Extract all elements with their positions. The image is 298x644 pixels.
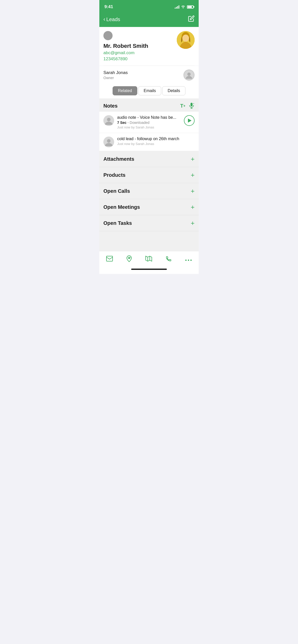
products-add-button[interactable]: +: [191, 172, 195, 178]
svg-point-19: [188, 260, 189, 261]
svg-point-2: [182, 35, 189, 42]
edit-button[interactable]: [188, 15, 195, 23]
avatar-image: [177, 31, 195, 49]
mail-icon: [106, 256, 113, 263]
note-separator: -: [127, 121, 130, 125]
open-meetings-add-button[interactable]: +: [191, 204, 195, 210]
map-icon: [145, 256, 152, 263]
tab-bar: Related Emails Details: [99, 84, 199, 98]
more-icon: [185, 256, 192, 263]
bottom-tab-map[interactable]: [143, 255, 154, 264]
status-bar: 9:41: [99, 0, 199, 13]
open-meetings-section[interactable]: Open Meetings +: [99, 199, 199, 215]
owner-info: Sarah Jonas Owner: [103, 70, 128, 80]
note-content-text: cold lead - followup on 26th march Just …: [117, 137, 195, 146]
signal-icon: [175, 5, 179, 9]
bottom-tab-phone[interactable]: [164, 255, 174, 264]
open-tasks-section[interactable]: Open Tasks +: [99, 215, 199, 231]
battery-icon: [187, 5, 194, 9]
svg-point-12: [107, 139, 111, 143]
audio-note-add-button[interactable]: +: [188, 103, 195, 109]
attachments-add-button[interactable]: +: [191, 156, 195, 162]
avatar-small: [103, 31, 113, 40]
text-note-add-button[interactable]: T+: [180, 103, 185, 109]
bottom-tab-bar: [99, 251, 199, 267]
attachments-title: Attachments: [103, 156, 134, 162]
play-audio-button[interactable]: [184, 115, 195, 126]
note-title-audio: audio note - Voice Note has be...: [117, 115, 181, 120]
tab-related[interactable]: Related: [113, 86, 137, 95]
note-author-avatar-2: [103, 137, 114, 147]
profile-avatar: [177, 31, 195, 49]
owner-avatar: [183, 69, 195, 81]
profile-email[interactable]: abc@gmail.com: [103, 50, 195, 55]
note-title-text: cold lead - followup on 26th march: [117, 137, 195, 141]
products-section[interactable]: Products +: [99, 167, 199, 183]
notes-actions: T+ +: [180, 103, 195, 109]
nav-bar: ‹ Leads: [99, 13, 199, 27]
note-content-audio: audio note - Voice Note has be... 7 Sec …: [117, 115, 181, 129]
tab-details[interactable]: Details: [162, 86, 185, 95]
notes-header: Notes T+ +: [99, 98, 199, 112]
attachments-section[interactable]: Attachments +: [99, 151, 199, 167]
open-calls-section[interactable]: Open Calls +: [99, 183, 199, 199]
open-tasks-title: Open Tasks: [103, 220, 132, 226]
svg-point-20: [191, 260, 192, 261]
note-timestamp-text: Just now by Sarah Jonas: [117, 142, 195, 146]
status-icons: [175, 5, 194, 9]
nav-back-label: Leads: [106, 17, 120, 22]
note-item-text: cold lead - followup on 26th march Just …: [99, 133, 199, 151]
checkin-icon: [126, 255, 132, 264]
open-tasks-add-button[interactable]: +: [191, 220, 195, 226]
profile-section: Mr. Robert Smith abc@gmail.com 123456789…: [99, 27, 199, 66]
owner-section: Sarah Jonas Owner: [99, 66, 199, 84]
owner-name: Sarah Jonas: [103, 70, 128, 75]
bottom-tab-mail[interactable]: [104, 255, 115, 264]
svg-rect-13: [106, 256, 113, 261]
svg-point-10: [107, 118, 111, 121]
home-bar: [131, 269, 167, 270]
notes-title: Notes: [103, 103, 118, 109]
note-timestamp-audio: Just now by Sarah Jonas: [117, 125, 181, 129]
open-calls-title: Open Calls: [103, 188, 130, 194]
open-meetings-title: Open Meetings: [103, 204, 140, 210]
note-meta-audio: 7 Sec - Downloaded: [117, 121, 181, 125]
products-title: Products: [103, 172, 126, 178]
back-button[interactable]: ‹ Leads: [103, 16, 120, 23]
svg-marker-15: [146, 256, 152, 261]
bottom-tab-checkin[interactable]: [124, 254, 134, 265]
home-indicator: [99, 267, 199, 274]
owner-label: Owner: [103, 76, 128, 80]
svg-text:+: +: [193, 103, 194, 105]
note-author-avatar-1: [103, 115, 114, 126]
chevron-left-icon: ‹: [103, 16, 105, 23]
phone-icon: [166, 256, 172, 263]
svg-point-4: [187, 72, 191, 76]
profile-phone[interactable]: 1234567890: [103, 56, 195, 62]
wifi-icon: [181, 5, 185, 9]
bottom-tab-more[interactable]: [183, 255, 194, 264]
svg-rect-5: [191, 103, 193, 106]
note-status: Downloaded: [130, 121, 150, 125]
notes-container: audio note - Voice Note has be... 7 Sec …: [99, 112, 199, 151]
play-triangle-icon: [188, 119, 192, 123]
note-item-audio: audio note - Voice Note has be... 7 Sec …: [99, 112, 199, 133]
tab-emails[interactable]: Emails: [138, 86, 161, 95]
note-duration: 7 Sec: [117, 121, 127, 125]
svg-point-18: [185, 260, 187, 261]
main-content: Notes T+ +: [99, 98, 199, 251]
open-calls-add-button[interactable]: +: [191, 188, 195, 194]
status-time: 9:41: [104, 4, 113, 9]
